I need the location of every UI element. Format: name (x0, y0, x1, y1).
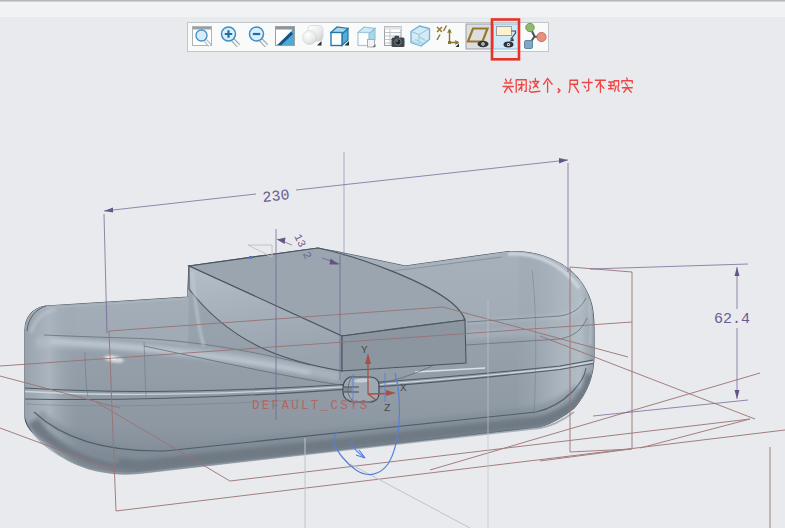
svg-text:Y: Y (361, 344, 368, 356)
svg-text:X: X (400, 382, 407, 394)
svg-text:62.4: 62.4 (714, 311, 750, 328)
svg-text:230: 230 (262, 187, 291, 207)
svg-text:DEFAULT_CSYS: DEFAULT_CSYS (252, 399, 370, 413)
svg-text:Z: Z (384, 402, 391, 414)
